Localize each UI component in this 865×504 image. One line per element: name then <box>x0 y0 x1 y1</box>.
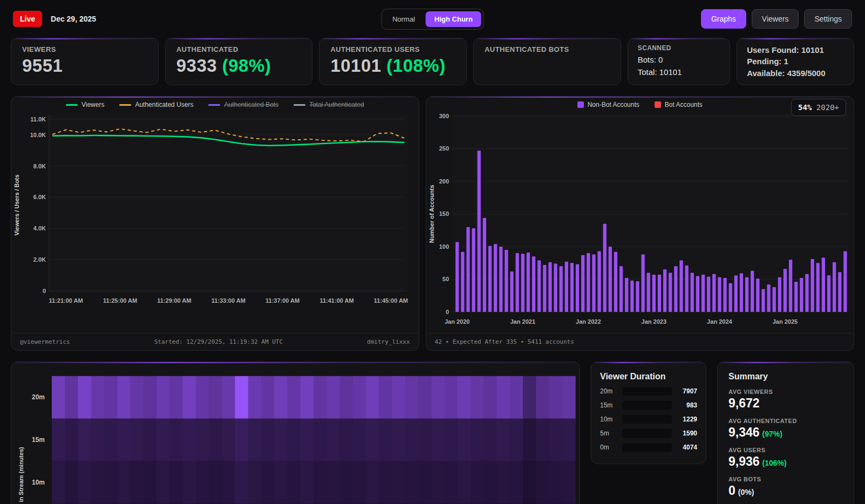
time-in-stream-heatmap: 20m15m10m5m0mTime in Stream (minutes) <box>11 362 580 504</box>
summary-item-avg-users: AVG USERS 9,936(106%) <box>728 447 843 469</box>
timeline-chart-header: Viewers Authenticated Users Authenticate… <box>11 97 419 112</box>
total-auth-line-swatch <box>294 104 305 106</box>
stats-row: VIEWERS 9551 AUTHENTICATED 9333 (98%) AU… <box>11 38 854 85</box>
viewers-line-chart: 02.0K4.0K6.0K8.0K10.0K11.0K11:21:00 AM11… <box>11 112 419 333</box>
stat-card-quota: Users Found: 10101 Pending: 1 Available:… <box>737 38 854 85</box>
scanned-total: Total: 10101 <box>638 67 720 77</box>
stat-label: SCANNED <box>638 44 720 52</box>
legend-item-total-authenticated[interactable]: Total Authenticated <box>294 101 364 108</box>
svg-text:Jan 2023: Jan 2023 <box>641 318 666 325</box>
svg-text:Jan 2024: Jan 2024 <box>707 318 732 325</box>
svg-text:Jan 2020: Jan 2020 <box>444 318 469 325</box>
accounts-footer: 42 • Expected After 335 • 5411 accounts <box>426 333 854 350</box>
svg-text:20m: 20m <box>32 393 45 401</box>
svg-text:0: 0 <box>446 309 449 315</box>
summary-item-avg-viewers: AVG VIEWERS 9,672 <box>728 389 843 411</box>
stat-label: AUTHENTICATED USERS <box>330 45 455 53</box>
mode-high-churn-button[interactable]: High Churn <box>426 11 481 27</box>
topbar-nav: Graphs Viewers Settings <box>701 9 852 29</box>
summary-card: Summary AVG VIEWERS 9,672 AVG AUTHENTICA… <box>717 362 854 504</box>
svg-text:250: 250 <box>439 146 448 152</box>
svg-text:200: 200 <box>439 178 448 185</box>
stat-value: 10101 (108%) <box>330 56 455 76</box>
svg-text:50: 50 <box>442 276 448 283</box>
svg-text:11:37:00 AM: 11:37:00 AM <box>265 297 299 304</box>
time-in-stream-card: 20m15m10m5m0mTime in Stream (minutes) <box>11 362 580 504</box>
stat-card-authenticated-users: AUTHENTICATED USERS 10101 (108%) <box>319 38 467 85</box>
mode-normal-button[interactable]: Normal <box>384 11 424 27</box>
pending: Pending: 1 <box>747 56 844 67</box>
mode-toggle: Normal High Churn <box>381 9 484 30</box>
stat-label: AUTHENTICATED <box>176 45 302 53</box>
graphs-tab-button[interactable]: Graphs <box>701 9 746 29</box>
svg-text:11:21:00 AM: 11:21:00 AM <box>49 297 83 304</box>
channel-handle: @viewermetrics <box>20 338 70 345</box>
stat-label: AUTHENTICATED BOTS <box>485 45 610 53</box>
duration-row: 15m 983 <box>600 401 697 410</box>
svg-text:10.0K: 10.0K <box>30 132 46 138</box>
duration-row: 20m 7907 <box>600 387 697 396</box>
legend-item-nonbot-accounts[interactable]: Non-Bot Accounts <box>577 101 639 108</box>
svg-text:100: 100 <box>439 243 448 250</box>
bot-swatch <box>655 101 661 108</box>
legend-item-viewers[interactable]: Viewers <box>66 101 104 108</box>
charts-row: Viewers Authenticated Users Authenticate… <box>11 96 854 351</box>
svg-text:11.0K: 11.0K <box>30 116 46 122</box>
available: Available: 4359/5000 <box>747 67 844 79</box>
svg-text:2.0K: 2.0K <box>33 256 46 263</box>
accounts-chart-card: Non-Bot Accounts Bot Accounts 54% 2020+ … <box>426 96 854 351</box>
stat-card-viewers: VIEWERS 9551 <box>11 38 159 85</box>
bottom-row: 20m15m10m5m0mTime in Stream (minutes) Vi… <box>11 362 854 504</box>
duration-row: 0m 4074 <box>600 443 697 452</box>
settings-tab-button[interactable]: Settings <box>804 9 852 29</box>
summary-item-avg-authenticated: AVG AUTHENTICATED 9,346(97%) <box>728 418 843 440</box>
svg-text:4.0K: 4.0K <box>33 225 46 231</box>
year-percent-badge: 54% 2020+ <box>791 99 846 116</box>
duration-bar-track <box>622 443 672 452</box>
stat-card-scanned: SCANNED Bots: 0 Total: 10101 <box>628 38 730 85</box>
summary-item-avg-bots: AVG BOTS 0(0%) <box>728 476 843 498</box>
accounts-footer-text: 42 • Expected After 335 • 5411 accounts <box>435 338 574 345</box>
legend-item-authenticated-bots[interactable]: Authenticated Bots <box>208 101 278 108</box>
svg-text:11:25:00 AM: 11:25:00 AM <box>103 297 137 304</box>
viewer-duration-title: Viewer Duration <box>600 372 697 382</box>
auth-users-line-swatch <box>119 104 131 106</box>
duration-bar-track <box>622 429 672 438</box>
svg-text:300: 300 <box>439 113 448 119</box>
topbar: Live Dec 29, 2025 Normal High Churn Grap… <box>0 0 865 38</box>
nonbot-swatch <box>577 101 584 108</box>
summary-title: Summary <box>728 372 843 382</box>
viewers-line-swatch <box>66 104 78 106</box>
duration-bar-track <box>622 387 672 396</box>
svg-text:11:41:00 AM: 11:41:00 AM <box>319 297 353 304</box>
duration-bar-track <box>622 415 672 424</box>
svg-text:6.0K: 6.0K <box>33 194 46 201</box>
svg-text:Jan 2025: Jan 2025 <box>772 318 798 325</box>
scanned-bots: Bots: 0 <box>638 55 720 64</box>
svg-text:Jan 2021: Jan 2021 <box>510 318 535 325</box>
topbar-left: Live Dec 29, 2025 <box>13 11 96 27</box>
svg-text:Time in Stream (minutes): Time in Stream (minutes) <box>18 447 24 504</box>
stat-value: 9333 (98%) <box>176 56 302 76</box>
svg-text:Jan 2022: Jan 2022 <box>576 318 601 325</box>
stat-label: VIEWERS <box>22 45 147 53</box>
svg-text:11:29:00 AM: 11:29:00 AM <box>157 297 191 304</box>
username: dmitry_lixxx <box>367 338 410 345</box>
duration-row: 10m 1229 <box>600 415 697 424</box>
legend-item-bot-accounts[interactable]: Bot Accounts <box>655 101 703 108</box>
accounts-chart-header: Non-Bot Accounts Bot Accounts 54% 2020+ <box>426 97 854 112</box>
stat-value: 9551 <box>22 56 147 76</box>
viewers-tab-button[interactable]: Viewers <box>752 9 799 29</box>
svg-text:8.0K: 8.0K <box>33 163 46 169</box>
duration-row: 5m 1590 <box>600 429 697 438</box>
stream-started-timestamp: Started: 12/29/2025, 11:19:32 AM UTC <box>154 338 283 345</box>
svg-text:15m: 15m <box>32 436 45 444</box>
legend-item-authenticated-users[interactable]: Authenticated Users <box>119 101 193 108</box>
svg-text:10m: 10m <box>32 479 45 486</box>
current-date: Dec 29, 2025 <box>51 15 96 23</box>
svg-text:11:33:00 AM: 11:33:00 AM <box>212 297 246 304</box>
accounts-bar-chart: 050100150200250300Jan 2020Jan 2021Jan 20… <box>426 112 854 333</box>
svg-text:150: 150 <box>439 211 448 217</box>
svg-text:0: 0 <box>43 288 46 294</box>
svg-text:Number of Accounts: Number of Accounts <box>428 185 435 243</box>
